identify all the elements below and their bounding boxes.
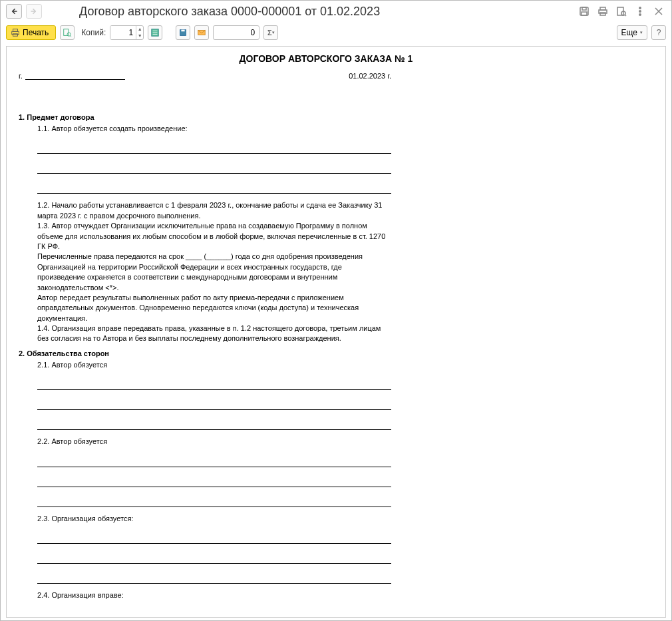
p1-2: 1.2. Начало работы устанавливается с 1 ф… — [37, 200, 391, 221]
copies-input[interactable] — [110, 26, 136, 39]
p1-3b: Перечисленные права передаются на срок _… — [37, 252, 391, 293]
close-icon[interactable] — [651, 4, 666, 19]
print-button[interactable]: Печать — [6, 25, 56, 40]
blank-line — [37, 144, 391, 154]
blank-line — [37, 574, 391, 584]
blank-line — [37, 478, 391, 487]
window-title: Договор авторского заказа 0000-000001 от… — [79, 5, 380, 19]
print-icon[interactable] — [595, 4, 610, 19]
blank-line — [37, 458, 391, 467]
p1-1: 1.1. Автор обязуется создать произведени… — [37, 124, 391, 134]
nav-forward-button[interactable] — [26, 4, 42, 19]
number-input[interactable] — [213, 25, 259, 40]
blank-line — [37, 421, 391, 430]
p1-3a: 1.3. Автор отчуждает Организации исключи… — [37, 221, 391, 252]
svg-point-10 — [639, 14, 641, 15]
more-vertical-icon[interactable] — [633, 4, 647, 19]
more-button-label: Еще — [621, 28, 637, 37]
blank-line — [37, 534, 391, 544]
template-button[interactable] — [148, 25, 162, 40]
document-scroll[interactable]: ДОГОВОР АВТОРСКОГО ЗАКАЗА № 1 г. 01.02.2… — [7, 47, 665, 617]
p2-1: 2.1. Автор обязуется — [37, 360, 391, 370]
titlebar: Договор авторского заказа 0000-000001 от… — [1, 1, 671, 22]
email-button[interactable] — [194, 25, 209, 40]
app-window: Договор авторского заказа 0000-000001 от… — [0, 0, 672, 621]
doc-title: ДОГОВОР АВТОРСКОГО ЗАКАЗА № 1 — [19, 53, 633, 64]
blank-line — [37, 401, 391, 410]
svg-point-9 — [639, 11, 641, 12]
svg-point-8 — [639, 7, 641, 9]
p1-3c: Автор передает результаты выполненных ра… — [37, 293, 391, 323]
copies-down[interactable]: ▼ — [136, 33, 143, 39]
nav-back-button[interactable] — [6, 4, 22, 19]
svg-rect-5 — [600, 13, 605, 15]
copies-up[interactable]: ▲ — [136, 26, 143, 33]
p2-2: 2.2. Автор обязуется — [37, 437, 391, 447]
sum-button[interactable]: Σ▾ — [263, 25, 278, 40]
svg-rect-18 — [182, 30, 185, 32]
svg-rect-11 — [13, 29, 18, 32]
blank-line — [37, 381, 391, 390]
blank-line — [37, 611, 391, 617]
copies-label: Копий: — [81, 28, 106, 37]
blank-line — [37, 498, 391, 507]
more-button[interactable]: Еще ▾ — [617, 25, 647, 40]
p2-3: 2.3. Организация обязуется: — [37, 514, 391, 524]
city-field: г. — [19, 72, 125, 80]
blank-line — [37, 554, 391, 564]
document-page: ДОГОВОР АВТОРСКОГО ЗАКАЗА № 1 г. 01.02.2… — [7, 47, 645, 617]
help-button-label: ? — [657, 28, 661, 37]
help-button[interactable]: ? — [651, 25, 666, 40]
toolbar: Печать Копий: ▲ ▼ Σ▾ Еще — [1, 22, 671, 43]
document-viewport: ДОГОВОР АВТОРСКОГО ЗАКАЗА № 1 г. 01.02.2… — [6, 46, 666, 618]
preview-icon[interactable] — [614, 4, 629, 19]
print-button-label: Печать — [23, 28, 49, 37]
blank-line — [37, 164, 391, 174]
svg-rect-14 — [64, 29, 69, 36]
section-2-heading: 2. Обязательства сторон — [19, 349, 633, 357]
save-file-button[interactable] — [176, 25, 190, 40]
p2-4: 2.4. Организация вправе: — [37, 590, 391, 600]
svg-rect-2 — [582, 12, 587, 15]
print-preview-button[interactable] — [60, 25, 75, 40]
blank-line — [37, 184, 391, 194]
doc-date: 01.02.2023 г. — [349, 72, 391, 80]
save-icon[interactable] — [577, 4, 591, 19]
section-1-heading: 1. Предмет договора — [19, 113, 633, 121]
copies-spinner[interactable]: ▲ ▼ — [110, 25, 144, 40]
svg-rect-1 — [582, 7, 586, 10]
p1-4: 1.4. Организация вправе передавать права… — [37, 323, 391, 344]
